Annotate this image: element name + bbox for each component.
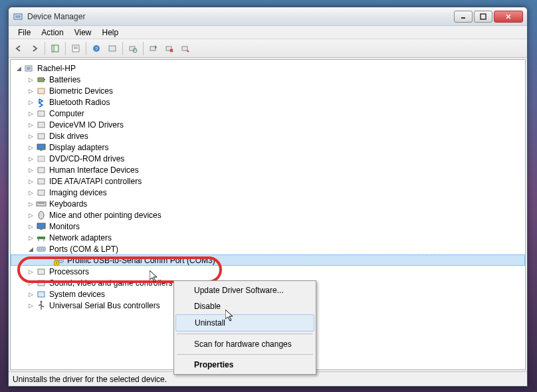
svg-rect-3 (481, 14, 486, 19)
expand-icon[interactable]: ▷ (27, 211, 35, 219)
forward-button[interactable] (27, 41, 42, 56)
disable-button[interactable] (178, 41, 193, 56)
expand-icon[interactable]: ▷ (27, 76, 35, 84)
tree-category-node[interactable]: ▷Network adapters (11, 232, 525, 243)
tree-category-node[interactable]: ▷DeviceVM IO Drivers (11, 119, 525, 130)
svg-rect-54 (38, 280, 45, 286)
tree-node-label: Ports (COM & LPT) (49, 245, 118, 254)
context-menu-item[interactable]: Scan for hardware changes (175, 336, 314, 352)
svg-rect-13 (109, 46, 116, 51)
tree-category-node[interactable]: ▷DVD/CD-ROM drives (11, 153, 525, 164)
tree-category-node[interactable]: ▷Disk drives (11, 130, 525, 142)
tree-node-label: Biometric Devices (49, 86, 113, 96)
svg-rect-38 (37, 223, 45, 229)
expand-icon[interactable]: ▷ (27, 268, 35, 276)
context-menu-item[interactable]: Properties (175, 357, 314, 373)
tree-category-node[interactable]: ▷Monitors (11, 221, 525, 232)
show-hide-tree-button[interactable] (48, 41, 62, 56)
properties-button[interactable] (68, 41, 83, 56)
tree-node-label: Human Interface Devices (49, 165, 139, 175)
svg-rect-32 (38, 167, 45, 173)
action-button[interactable] (105, 41, 120, 56)
svg-rect-20 (182, 47, 187, 50)
tree-category-node[interactable]: ▷Biometric Devices (11, 85, 525, 96)
network-icon (36, 233, 47, 243)
tree-node-label: Monitors (49, 222, 80, 231)
svg-rect-25 (38, 88, 45, 94)
expand-icon[interactable]: ▷ (27, 110, 35, 118)
display-icon (36, 142, 47, 153)
close-button[interactable] (494, 11, 523, 23)
tree-node-label: Keyboards (49, 199, 87, 209)
help-button[interactable]: ? (89, 41, 104, 56)
tree-root-node[interactable]: ◢Rachel-HP (11, 62, 525, 74)
scan-button[interactable] (126, 41, 140, 56)
driver-icon (36, 120, 47, 130)
minimize-button[interactable] (454, 11, 473, 23)
titlebar[interactable]: Device Manager (9, 7, 527, 26)
back-button[interactable] (11, 41, 26, 56)
svg-point-56 (41, 300, 43, 302)
maximize-button[interactable] (474, 11, 492, 23)
tree-category-node[interactable]: ▷Display adapters (11, 142, 525, 153)
tree-category-node[interactable]: ▷Processors (11, 266, 525, 277)
menu-help[interactable]: Help (97, 27, 124, 39)
tree-category-node[interactable]: ▷Bluetooth Radios (11, 96, 525, 108)
svg-rect-30 (40, 149, 43, 151)
expand-icon[interactable]: ▷ (27, 279, 35, 287)
svg-point-44 (39, 248, 40, 250)
menu-action[interactable]: Action (36, 27, 68, 39)
expand-icon[interactable]: ▷ (27, 290, 35, 298)
expand-icon[interactable]: ▷ (27, 121, 35, 129)
expand-icon[interactable]: ▷ (27, 144, 35, 151)
expand-icon[interactable]: ▷ (27, 177, 35, 185)
expand-icon[interactable]: ▷ (27, 234, 35, 242)
tree-category-node[interactable]: ▷Computer (11, 108, 525, 119)
expand-icon[interactable]: ▷ (27, 132, 35, 140)
tree-category-node[interactable]: ▷IDE ATA/ATAPI controllers (11, 175, 525, 187)
tree-node-label: Disk drives (49, 132, 88, 141)
tree-node-label: IDE ATA/ATAPI controllers (49, 177, 142, 186)
expand-icon[interactable]: ▷ (27, 166, 35, 174)
expand-icon[interactable]: ◢ (15, 64, 23, 72)
expand-icon[interactable]: ▷ (27, 189, 35, 197)
svg-rect-22 (27, 67, 31, 70)
menu-file[interactable]: File (13, 27, 36, 39)
expand-icon[interactable]: ▷ (27, 200, 35, 208)
tree-node-label: Rachel-HP (37, 64, 76, 73)
update-driver-button[interactable] (146, 41, 161, 56)
sound-icon (36, 278, 47, 288)
tree-category-node[interactable]: ▷Human Interface Devices (11, 164, 525, 175)
tree-category-node[interactable]: ▷Mice and other pointing devices (11, 209, 525, 221)
tree-category-node[interactable]: ▷Batteries (11, 74, 525, 85)
system-icon (36, 289, 47, 300)
menu-view[interactable]: View (69, 27, 97, 39)
svg-rect-53 (38, 269, 45, 274)
expand-icon[interactable]: ◢ (27, 245, 35, 253)
expand-icon[interactable]: ▷ (27, 223, 35, 231)
expand-icon[interactable]: ▷ (27, 302, 35, 310)
bluetooth-icon (36, 97, 47, 108)
tree-category-node[interactable]: ▷Imaging devices (11, 187, 525, 198)
tree-category-node[interactable]: ▷Keyboards (11, 198, 525, 209)
context-menu-item[interactable]: Disable (175, 298, 314, 314)
uninstall-button[interactable] (162, 41, 177, 56)
context-menu-item[interactable]: Update Driver Software... (175, 282, 314, 298)
svg-rect-16 (150, 47, 156, 50)
svg-text:?: ? (95, 46, 98, 52)
usb-icon (36, 300, 47, 311)
svg-point-45 (41, 248, 42, 250)
tree-device-node[interactable]: !Prolific USB-to-Serial Comm Port (COM3) (11, 254, 525, 266)
monitor-icon (36, 221, 47, 232)
tree-node-label: Processors (49, 267, 89, 276)
expand-icon[interactable]: ▷ (27, 87, 35, 95)
context-menu-item[interactable]: Uninstall (175, 314, 314, 332)
menubar: File Action View Help (9, 26, 527, 39)
tree-node-label: Sound, video and game controllers (49, 278, 172, 288)
tree-category-node[interactable]: ◢Ports (COM & LPT) (11, 243, 525, 254)
expand-icon[interactable]: ▷ (27, 98, 35, 106)
imaging-icon (36, 187, 47, 198)
svg-rect-31 (38, 156, 45, 161)
expand-icon[interactable]: ▷ (27, 155, 35, 163)
tree-node-label: Batteries (49, 75, 80, 84)
